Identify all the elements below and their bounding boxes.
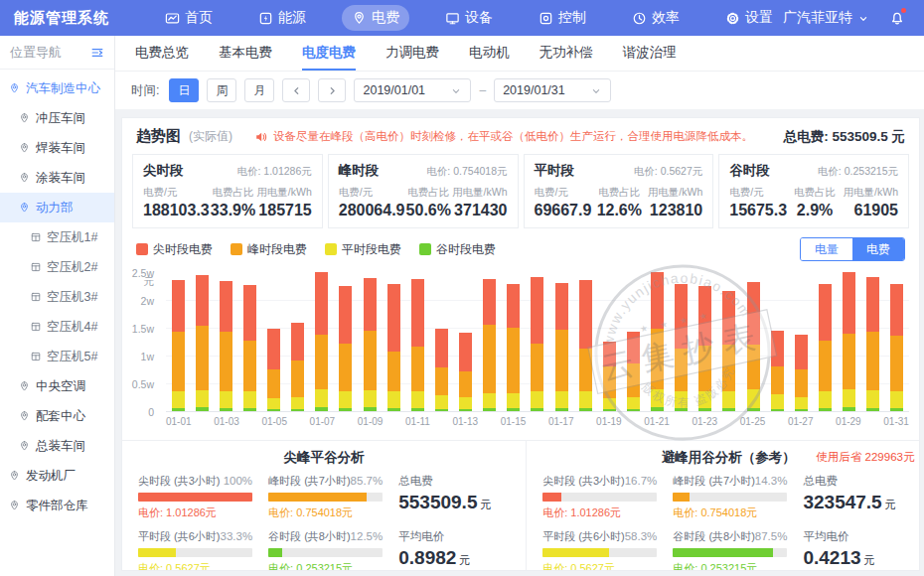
sidebar-item-3[interactable]: 涂装车间 (0, 163, 114, 193)
bar-01-20[interactable] (621, 273, 645, 411)
total-fee: 总电费: 553509.5 元 (784, 128, 905, 146)
sidebar-item-6[interactable]: 空压机2# (0, 252, 114, 282)
legend-item-2[interactable]: 平时段电费 (325, 241, 401, 258)
clock-icon (632, 11, 647, 26)
bar-01-19[interactable] (597, 273, 621, 411)
panel1-period-2: 平时段 (共6小时)58.3%电价: 0.5627元 (542, 529, 657, 571)
bar-01-11[interactable] (405, 273, 429, 411)
trend-title: 趋势图 (136, 127, 181, 146)
app-title: 能源管理系统 (14, 9, 109, 28)
bar-01-14[interactable] (478, 273, 502, 411)
bar-01-16[interactable] (526, 273, 549, 411)
legend-item-1[interactable]: 峰时段电费 (231, 241, 307, 258)
nav-item-fee[interactable]: 电费 (342, 5, 409, 31)
savings-note: 使用后省 229963元 (816, 450, 914, 465)
start-date-picker[interactable]: 2019/01/01 (354, 78, 471, 102)
analysis-panels: 尖峰平谷分析尖时段 (共3小时)100%电价: 1.01286元峰时段 (共7小… (122, 440, 919, 571)
mode-button-1[interactable]: 周 (207, 78, 236, 102)
tab-5[interactable]: 无功补偿 (539, 36, 593, 71)
nav-item-energy[interactable]: 能源 (248, 5, 316, 31)
bar-01-23[interactable] (693, 273, 717, 411)
machine-icon (30, 261, 42, 273)
nav-item-home[interactable]: 首页 (155, 5, 223, 31)
next-period-button[interactable] (318, 78, 346, 102)
sidebar-item-1[interactable]: 冲压车间 (0, 103, 114, 133)
sidebar-item-4[interactable]: 动力部 (0, 193, 114, 222)
bar-01-10[interactable] (382, 273, 405, 411)
tab-6[interactable]: 谐波治理 (623, 36, 677, 71)
tab-2[interactable]: 电度电费 (302, 36, 356, 71)
bar-01-25[interactable] (741, 273, 765, 411)
pin-icon (18, 380, 31, 393)
sidebar-item-11[interactable]: 配套中心 (0, 401, 114, 431)
panel1-period-1: 峰时段 (共7小时)14.3%电价: 0.754018元 (673, 474, 787, 520)
chart-legend: 尖时段电费峰时段电费平时段电费谷时段电费 (136, 241, 496, 258)
progress-bar (673, 548, 787, 557)
sidebar-item-0[interactable]: 汽车制造中心 (0, 73, 114, 103)
bar-01-07[interactable] (310, 273, 334, 411)
chevron-left-icon (290, 84, 303, 97)
bar-01-01[interactable] (166, 273, 190, 411)
sidebar-item-10[interactable]: 中央空调 (0, 371, 114, 401)
bar-01-08[interactable] (334, 273, 358, 411)
bar-01-21[interactable] (646, 273, 670, 411)
tab-0[interactable]: 电费总览 (135, 36, 189, 71)
time-filterbar: 时间: 日周月 2019/01/01 – 2019/01/31 (115, 72, 924, 109)
sidebar-item-14[interactable]: 零件部仓库 (0, 491, 114, 520)
toggle-0[interactable]: 电量 (801, 238, 852, 260)
tab-3[interactable]: 力调电费 (385, 36, 439, 71)
legend-item-0[interactable]: 尖时段电费 (136, 241, 213, 258)
bar-01-09[interactable] (358, 273, 382, 411)
bar-01-28[interactable] (813, 273, 837, 411)
sidebar-item-12[interactable]: 总装车间 (0, 431, 114, 461)
collapse-sidebar-icon[interactable] (90, 46, 104, 60)
device-icon (445, 11, 460, 26)
bar-01-18[interactable] (573, 273, 597, 411)
notification-dot (901, 8, 906, 13)
sidebar-item-2[interactable]: 焊装车间 (0, 133, 114, 163)
mode-button-0[interactable]: 日 (169, 78, 199, 102)
org-switcher[interactable]: 广汽菲亚特 (783, 9, 869, 27)
toggle-1[interactable]: 电费 (852, 238, 904, 260)
sidebar-item-7[interactable]: 空压机3# (0, 282, 114, 312)
bar-01-05[interactable] (262, 273, 286, 411)
sidebar-item-8[interactable]: 空压机4# (0, 312, 114, 342)
bar-01-17[interactable] (549, 273, 573, 411)
bar-01-02[interactable] (190, 273, 214, 411)
sidebar-item-9[interactable]: 空压机5# (0, 342, 114, 371)
tab-4[interactable]: 电动机 (469, 36, 510, 71)
bar-01-03[interactable] (214, 273, 237, 411)
bar-01-31[interactable] (885, 273, 909, 411)
legend-item-3[interactable]: 谷时段电费 (419, 241, 496, 258)
bar-01-26[interactable] (765, 273, 789, 411)
panel1-total-0: 总电费323547.5元 (803, 474, 914, 520)
speaker-icon (254, 130, 268, 144)
legend-swatch (419, 243, 431, 255)
nav-item-device[interactable]: 设备 (435, 5, 503, 31)
bar-01-27[interactable] (789, 273, 813, 411)
top-navbar: 能源管理系统 首页能源电费设备控制效率设置 广汽菲亚特 (0, 0, 924, 36)
end-date-picker[interactable]: 2019/01/31 (494, 78, 611, 102)
nav-item-settings[interactable]: 设置 (715, 5, 783, 31)
bar-01-12[interactable] (429, 273, 453, 411)
bar-01-30[interactable] (861, 273, 885, 411)
tab-1[interactable]: 基本电费 (219, 36, 272, 71)
nav-item-efficiency[interactable]: 效率 (622, 5, 690, 31)
bar-01-06[interactable] (286, 273, 310, 411)
sidebar-item-13[interactable]: 发动机厂 (0, 461, 114, 491)
notice-text: 设备尽量在峰段（高电价）时刻检修，在平或谷（低电价）生产运行，合理使用电源降低成… (273, 129, 753, 144)
mode-button-2[interactable]: 月 (244, 78, 274, 102)
bar-01-13[interactable] (454, 273, 478, 411)
nav-item-control[interactable]: 控制 (529, 5, 596, 31)
bar-01-22[interactable] (670, 273, 693, 411)
bar-01-15[interactable] (502, 273, 526, 411)
bar-01-24[interactable] (717, 273, 741, 411)
chart-x-axis: 01-0101-0301-0501-0701-0901-1101-1301-15… (122, 412, 919, 433)
sidebar-item-5[interactable]: 空压机1# (0, 222, 114, 252)
trend-card: 趋势图 (实际值) 设备尽量在峰段（高电价）时刻检修，在平或谷（低电价）生产运行… (121, 117, 920, 571)
bar-01-29[interactable] (838, 273, 861, 411)
bar-01-04[interactable] (237, 273, 261, 411)
prev-period-button[interactable] (282, 78, 310, 102)
notifications-button[interactable] (889, 9, 905, 27)
pin-icon (18, 142, 31, 155)
